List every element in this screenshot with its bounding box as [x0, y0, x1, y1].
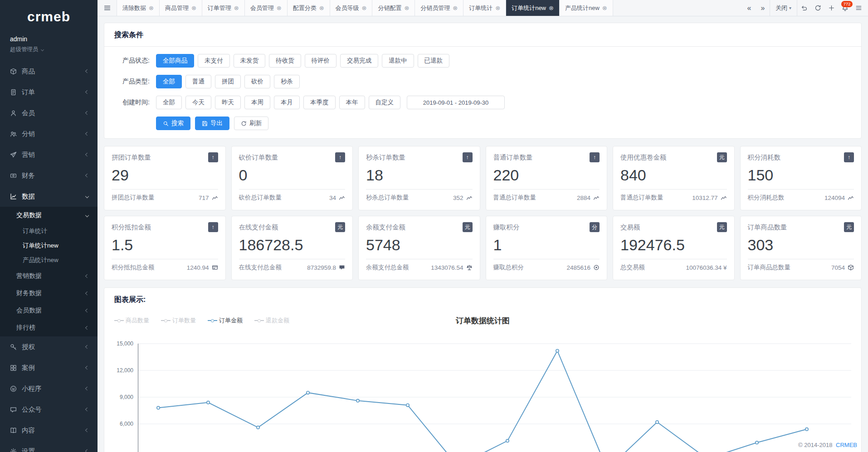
- sidebar-item-case[interactable]: 案例: [0, 357, 98, 378]
- stat-card-order-goods-count: 订单商品数量元303订单商品总数量7054: [740, 216, 862, 280]
- refresh-button[interactable]: 刷新: [234, 117, 268, 130]
- filter-option-button[interactable]: 退款中: [382, 54, 414, 68]
- sidebar-item-order-stats[interactable]: 订单统计: [0, 224, 98, 238]
- undo-icon: [801, 5, 808, 11]
- sidebar-item-official-account[interactable]: 公众号: [0, 399, 98, 420]
- filter-option-button[interactable]: 昨天: [215, 96, 241, 109]
- sidebar-item-order-stats-new[interactable]: 订单统计new: [0, 238, 98, 253]
- chevron-left-icon: [85, 408, 89, 412]
- tab-product-stats-new[interactable]: 产品统计new⊗: [560, 0, 613, 16]
- tab-member-manage[interactable]: 会员管理⊗: [245, 0, 288, 16]
- tab-close-icon[interactable]: ⊗: [404, 5, 409, 11]
- sidebar-item-product-stats-new[interactable]: 产品统计new: [0, 253, 98, 267]
- sidebar-item-miniprogram[interactable]: 小程序: [0, 378, 98, 399]
- sidebar-item-order[interactable]: 订单: [0, 82, 98, 102]
- tab-close-icon[interactable]: ⊗: [549, 5, 554, 11]
- sidebar-item-finance-data[interactable]: 财务数据: [0, 285, 98, 302]
- filter-option-button[interactable]: 待收货: [269, 54, 301, 68]
- filter-option-button[interactable]: 本季度: [303, 96, 336, 109]
- add-button[interactable]: [824, 0, 838, 16]
- date-range-input[interactable]: 2019-09-01 - 2019-09-30: [407, 96, 505, 109]
- tab-distribution-config[interactable]: 分销配置⊗: [372, 0, 415, 16]
- tab-list-button[interactable]: [852, 0, 865, 16]
- sidebar-item-label: 授权: [22, 343, 86, 351]
- filter-option-button[interactable]: 全部: [156, 75, 182, 88]
- refresh-page-button[interactable]: [811, 0, 824, 16]
- stat-card-seckill-order-count: 秒杀订单数量↑18秒杀总订单数量352: [358, 146, 480, 210]
- legend-item-goods-count[interactable]: 商品数量: [114, 316, 149, 325]
- tab-close-icon[interactable]: ⊗: [319, 5, 324, 11]
- sidebar-item-content[interactable]: 内容: [0, 420, 98, 441]
- tab-close-icon[interactable]: ⊗: [495, 5, 500, 11]
- tab-close-icon[interactable]: ⊗: [149, 5, 154, 11]
- filter-option-button[interactable]: 全部: [156, 96, 182, 109]
- double-left-icon: «: [747, 4, 751, 12]
- legend-item-order-amount[interactable]: 订单金额: [208, 316, 243, 325]
- tab-close-icon[interactable]: ⊗: [453, 5, 458, 11]
- tab-close-icon[interactable]: ⊗: [191, 5, 196, 11]
- filter-option-button[interactable]: 未发货: [234, 54, 266, 68]
- tab-clear-data[interactable]: 清除数据⊗: [117, 0, 160, 16]
- menu-icon: [103, 4, 111, 12]
- filter-option-button[interactable]: 本年: [339, 96, 365, 109]
- stat-card-header: 秒杀订单数量↑: [366, 152, 473, 162]
- sidebar-item-ranking[interactable]: 排行榜: [0, 319, 98, 336]
- next-tabs-button[interactable]: »: [756, 0, 770, 16]
- stat-foot-value: 10312.77: [692, 194, 727, 201]
- notifications-button[interactable]: 772: [838, 0, 852, 16]
- sidebar-item-label: 商品: [22, 67, 86, 76]
- sidebar-item-auth[interactable]: 授权: [0, 336, 98, 357]
- stat-card-footer: 订单商品总数量7054: [748, 259, 854, 276]
- filter-option-button[interactable]: 普通: [185, 75, 211, 88]
- stat-foot-number: 10312.77: [692, 194, 717, 201]
- stat-card-header: 积分消耗数↑: [748, 152, 854, 162]
- filter-option-button[interactable]: 本周: [244, 96, 270, 109]
- undo-button[interactable]: [797, 0, 811, 16]
- sidebar-item-marketing-data[interactable]: 营销数据: [0, 267, 98, 285]
- sidebar-item-data[interactable]: 数据: [0, 186, 98, 207]
- target-icon: [593, 264, 600, 271]
- legend-item-refund-amount[interactable]: 退款金额: [254, 316, 289, 325]
- tab-member-level[interactable]: 会员等级⊗: [330, 0, 373, 16]
- user-role-dropdown[interactable]: 超级管理员: [10, 46, 88, 53]
- tab-distributor-manage[interactable]: 分销员管理⊗: [415, 0, 463, 16]
- filter-option-button[interactable]: 自定义: [369, 96, 401, 109]
- filter-option-button[interactable]: 拼团: [215, 75, 241, 88]
- filter-option-button[interactable]: 本月: [274, 96, 300, 109]
- filter-option-button[interactable]: 今天: [185, 96, 211, 109]
- filter-option-button[interactable]: 待评价: [305, 54, 337, 68]
- filter-option-button[interactable]: 秒杀: [274, 75, 300, 88]
- search-button[interactable]: 搜索: [156, 117, 190, 130]
- sidebar-item-trade-data[interactable]: 交易数据: [0, 207, 98, 224]
- sidebar-item-distribution[interactable]: 分销: [0, 123, 98, 144]
- tab-close-icon[interactable]: ⊗: [234, 5, 239, 11]
- tab-order-stats-new[interactable]: 订单统计new⊗: [506, 0, 560, 16]
- sidebar-item-settings[interactable]: 设置: [0, 441, 98, 452]
- stat-foot-value: 124094: [824, 194, 854, 201]
- filter-option-button[interactable]: 已退款: [418, 54, 450, 68]
- legend-item-order-count[interactable]: 订单数量: [161, 316, 196, 325]
- sidebar-collapse-button[interactable]: [98, 0, 117, 16]
- filter-row-0: 产品状态:全部商品未支付未发货待收货待评价交易完成退款中已退款: [114, 54, 851, 68]
- sidebar-item-goods[interactable]: 商品: [0, 61, 98, 82]
- filter-option-button[interactable]: 未支付: [198, 54, 230, 68]
- filter-option-button[interactable]: 交易完成: [340, 54, 378, 68]
- crmeb-link[interactable]: CRMEB: [836, 442, 857, 448]
- tab-order-manage[interactable]: 订单管理⊗: [202, 0, 245, 16]
- close-tabs-dropdown[interactable]: 关闭▾: [770, 0, 797, 16]
- tab-order-stats[interactable]: 订单统计⊗: [463, 0, 506, 16]
- filter-option-button[interactable]: 全部商品: [156, 54, 194, 68]
- sidebar-item-member[interactable]: 会员: [0, 102, 98, 123]
- export-button[interactable]: 导出: [195, 117, 229, 130]
- tab-close-icon[interactable]: ⊗: [602, 5, 607, 11]
- tab-close-icon[interactable]: ⊗: [277, 5, 282, 11]
- tab-label: 分销员管理: [420, 4, 450, 12]
- tab-goods-manage[interactable]: 商品管理⊗: [160, 0, 202, 16]
- prev-tabs-button[interactable]: «: [742, 0, 756, 16]
- sidebar-item-member-data[interactable]: 会员数据: [0, 302, 98, 319]
- tab-config-category[interactable]: 配置分类⊗: [288, 0, 330, 16]
- tab-close-icon[interactable]: ⊗: [362, 5, 367, 11]
- filter-option-button[interactable]: 砍价: [244, 75, 270, 88]
- sidebar-item-finance[interactable]: 财务: [0, 165, 98, 186]
- sidebar-item-marketing[interactable]: 营销: [0, 144, 98, 165]
